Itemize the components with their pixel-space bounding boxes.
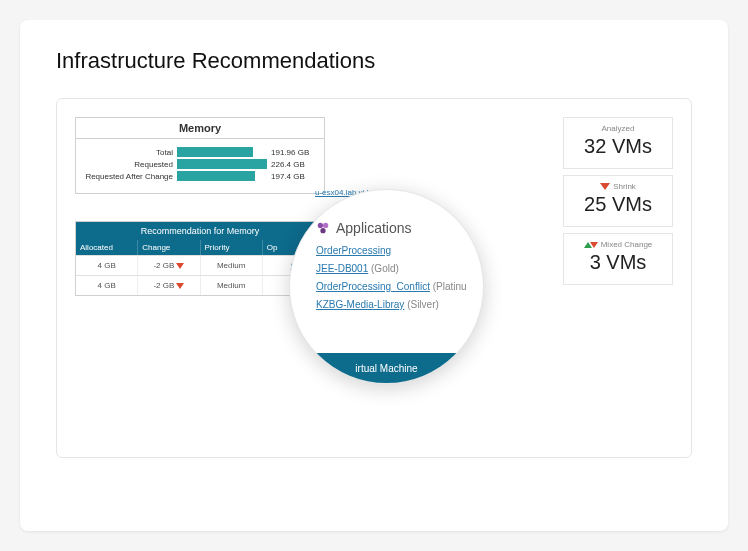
memory-row-label: Requested After Change xyxy=(82,172,177,181)
memory-bar-track xyxy=(177,147,267,157)
memory-row-label: Total xyxy=(82,148,177,157)
preview-frame: Memory Total 191.96 GB Requested 226.4 G… xyxy=(56,98,692,458)
memory-bar xyxy=(177,171,255,181)
cell-change-text: -2 GB xyxy=(153,261,174,270)
cell-allocated: 4 GB xyxy=(76,276,138,295)
panels-container: Memory Total 191.96 GB Requested 226.4 G… xyxy=(57,99,691,457)
memory-panel-body: Total 191.96 GB Requested 226.4 GB Reque… xyxy=(76,139,324,193)
stat-label: Analyzed xyxy=(568,124,668,133)
col-priority: Priority xyxy=(201,240,263,255)
list-item: KZBG-Media-Libray (Silver) xyxy=(316,296,463,314)
memory-bar xyxy=(177,159,267,169)
chevron-down-icon xyxy=(176,283,184,289)
list-item: JEE-DB001 (Gold) xyxy=(316,260,463,278)
app-link[interactable]: OrderProcessing xyxy=(316,245,391,256)
memory-bar xyxy=(177,147,253,157)
card: Infrastructure Recommendations Memory To… xyxy=(20,20,728,531)
stat-value: 25 VMs xyxy=(568,193,668,216)
app-link[interactable]: OrderProcessing_Conflict xyxy=(316,281,430,292)
memory-row-value: 197.4 GB xyxy=(267,172,305,181)
page-title: Infrastructure Recommendations xyxy=(56,48,692,74)
memory-row-value: 226.4 GB xyxy=(267,160,305,169)
recommendation-table-columns: Allocated Change Priority Op xyxy=(76,240,324,255)
table-row: 4 GB -2 GB Medium C xyxy=(76,275,324,295)
shrink-icon xyxy=(600,183,610,190)
stat-label: Shrink xyxy=(568,182,668,191)
memory-panel-header: Memory xyxy=(76,118,324,139)
app-link[interactable]: JEE-DB001 xyxy=(316,263,368,274)
cell-allocated: 4 GB xyxy=(76,256,138,275)
magnifier-popup: Applications OrderProcessing JEE-DB001 (… xyxy=(289,189,484,384)
magnifier-content: Applications OrderProcessing JEE-DB001 (… xyxy=(290,190,483,324)
cell-change: -2 GB xyxy=(138,256,200,275)
stat-value: 32 VMs xyxy=(568,135,668,158)
memory-row: Requested 226.4 GB xyxy=(82,159,318,169)
col-change: Change xyxy=(138,240,200,255)
memory-bar-track xyxy=(177,171,267,181)
recommendation-table: Recommendation for Memory Allocated Chan… xyxy=(75,221,325,296)
memory-row-value: 191.96 GB xyxy=(267,148,309,157)
applications-list: OrderProcessing JEE-DB001 (Gold) OrderPr… xyxy=(316,242,463,314)
svg-point-0 xyxy=(318,223,323,228)
svg-point-2 xyxy=(320,228,325,233)
stat-label-text: Mixed Change xyxy=(601,240,653,249)
col-allocated: Allocated xyxy=(76,240,138,255)
stat-label-text: Shrink xyxy=(613,182,636,191)
memory-bar-track xyxy=(177,159,267,169)
cell-priority: Medium xyxy=(201,276,263,295)
memory-row: Total 191.96 GB xyxy=(82,147,318,157)
chevron-down-icon xyxy=(176,263,184,269)
recommendation-table-title: Recommendation for Memory xyxy=(76,222,324,240)
memory-row: Requested After Change 197.4 GB xyxy=(82,171,318,181)
svg-point-1 xyxy=(323,223,328,228)
cell-priority: Medium xyxy=(201,256,263,275)
magnifier-footer[interactable]: irtual Machine xyxy=(290,353,483,383)
app-tier: (Gold) xyxy=(371,263,399,274)
list-item: OrderProcessing_Conflict (Platinu xyxy=(316,278,463,296)
app-tier: (Platinu xyxy=(433,281,467,292)
stat-mixed: Mixed Change 3 VMs xyxy=(563,233,673,285)
memory-panel: Memory Total 191.96 GB Requested 226.4 G… xyxy=(75,117,325,194)
app-link[interactable]: KZBG-Media-Libray xyxy=(316,299,404,310)
stat-label: Mixed Change xyxy=(568,240,668,249)
memory-row-label: Requested xyxy=(82,160,177,169)
stats-column: Analyzed 32 VMs Shrink 25 VMs Mixed Chan… xyxy=(563,117,673,291)
applications-title-text: Applications xyxy=(336,220,412,236)
applications-heading: Applications xyxy=(316,220,463,236)
mixed-change-icon xyxy=(584,242,598,248)
cell-change: -2 GB xyxy=(138,276,200,295)
stat-shrink: Shrink 25 VMs xyxy=(563,175,673,227)
stat-value: 3 VMs xyxy=(568,251,668,274)
table-row: 4 GB -2 GB Medium C xyxy=(76,255,324,275)
list-item: OrderProcessing xyxy=(316,242,463,260)
stat-analyzed: Analyzed 32 VMs xyxy=(563,117,673,169)
cell-change-text: -2 GB xyxy=(153,281,174,290)
applications-icon xyxy=(316,221,330,235)
app-tier: (Silver) xyxy=(407,299,439,310)
